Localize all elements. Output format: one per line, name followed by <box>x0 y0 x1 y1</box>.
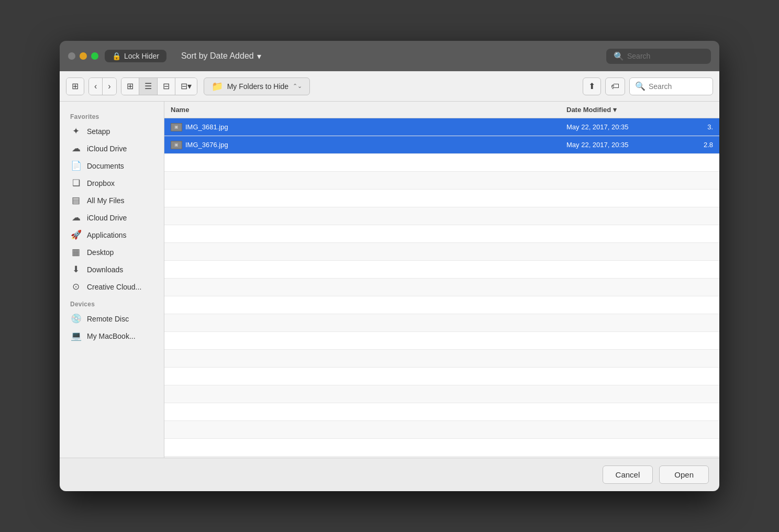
sidebar-item-label: Documents <box>87 162 124 170</box>
open-button[interactable]: Open <box>659 465 709 484</box>
forward-button[interactable]: › <box>103 78 116 95</box>
file-row-empty <box>164 385 719 403</box>
chevron-icon: ⌃⌄ <box>293 83 302 90</box>
sidebar-item-documents[interactable]: 📄 Documents <box>60 157 164 174</box>
dropbox-icon: ❑ <box>70 178 82 189</box>
title-search[interactable]: 🔍 <box>606 49 711 64</box>
file-size: 3. <box>682 123 713 131</box>
sidebar-item-label: Setapp <box>87 127 110 136</box>
file-rows: ▣ IMG_3681.jpg May 22, 2017, 20:35 3. ▣ … <box>164 118 719 458</box>
sidebar-item-label: Remote Disc <box>87 315 129 323</box>
file-thumbnail: ▣ <box>171 141 182 149</box>
file-thumbnail: ▣ <box>171 123 182 131</box>
file-row-empty <box>164 403 719 421</box>
sidebar-item-label: Applications <box>87 231 127 239</box>
file-row-empty <box>164 332 719 350</box>
sidebar-item-macbook[interactable]: 💻 My MacBook... <box>60 327 164 345</box>
nav-buttons: ‹ › <box>88 77 117 95</box>
file-date: May 22, 2017, 20:35 <box>566 141 682 149</box>
desktop-icon: ▦ <box>70 247 82 258</box>
file-list-header: Name Date Modified ▾ <box>164 102 719 118</box>
file-row-empty <box>164 190 719 207</box>
search-box[interactable]: 🔍 <box>629 77 713 95</box>
icloud-icon: ☁ <box>70 143 82 154</box>
file-row-empty <box>164 225 719 243</box>
file-row-empty <box>164 314 719 332</box>
sidebar-item-setapp[interactable]: ✦ Setapp <box>60 123 164 140</box>
devices-section-label: Devices <box>60 295 164 310</box>
app-label: 🔒 Lock Hider <box>105 50 166 62</box>
file-size: 2.8 <box>682 141 713 149</box>
sidebar-item-icloud[interactable]: ☁ iCloud Drive <box>60 140 164 157</box>
title-search-input[interactable] <box>627 52 704 60</box>
column-date-header[interactable]: Date Modified ▾ <box>566 106 682 114</box>
traffic-lights <box>68 52 98 60</box>
lock-icon: 🔒 <box>112 52 121 60</box>
sidebar-item-label: All My Files <box>87 196 125 205</box>
sidebar-item-label: My MacBook... <box>87 332 136 340</box>
icloud2-icon: ☁ <box>70 212 82 223</box>
sidebar-item-desktop[interactable]: ▦ Desktop <box>60 243 164 261</box>
sidebar-item-downloads[interactable]: ⬇ Downloads <box>60 261 164 278</box>
file-row[interactable]: ▣ IMG_3681.jpg May 22, 2017, 20:35 3. <box>164 118 719 136</box>
sidebar-toggle-button[interactable]: ⊞ <box>66 78 84 95</box>
remote-disc-icon: 💿 <box>70 313 82 324</box>
file-date: May 22, 2017, 20:35 <box>566 123 682 131</box>
setapp-icon: ✦ <box>70 126 82 137</box>
creative-cloud-icon: ⊙ <box>70 281 82 292</box>
sidebar-item-label: Downloads <box>87 265 123 274</box>
sidebar-item-creative-cloud[interactable]: ⊙ Creative Cloud... <box>60 278 164 295</box>
documents-icon: 📄 <box>70 160 82 171</box>
file-row-empty <box>164 154 719 172</box>
close-button[interactable] <box>68 52 75 60</box>
back-button[interactable]: ‹ <box>89 78 103 95</box>
file-list: Name Date Modified ▾ ▣ IMG_3681.jpg May … <box>164 102 719 458</box>
sidebar-item-all-files[interactable]: ▤ All My Files <box>60 192 164 209</box>
file-row-empty <box>164 368 719 385</box>
sidebar-item-label: Desktop <box>87 248 114 257</box>
file-row-empty <box>164 296 719 314</box>
file-row-empty <box>164 261 719 279</box>
file-name: IMG_3676.jpg <box>185 141 566 149</box>
sidebar-item-remote-disc[interactable]: 💿 Remote Disc <box>60 310 164 327</box>
macbook-icon: 💻 <box>70 330 82 341</box>
file-row[interactable]: ▣ IMG_3676.jpg May 22, 2017, 20:35 2.8 <box>164 136 719 154</box>
search-input[interactable] <box>649 82 707 91</box>
downloads-icon: ⬇ <box>70 264 82 275</box>
icon-view-button[interactable]: ⊞ <box>121 78 139 95</box>
gallery-view-button[interactable]: ⊟▾ <box>175 78 197 95</box>
app-name: Lock Hider <box>124 52 159 60</box>
file-row-empty <box>164 207 719 225</box>
file-name: IMG_3681.jpg <box>185 123 566 131</box>
file-row-empty <box>164 279 719 296</box>
sidebar-item-label: iCloud Drive <box>87 214 127 222</box>
favorites-section-label: Favorites <box>60 108 164 123</box>
cancel-button[interactable]: Cancel <box>603 465 653 484</box>
search-icon: 🔍 <box>635 81 646 91</box>
column-view-button[interactable]: ⊟ <box>158 78 175 95</box>
column-name-header[interactable]: Name <box>171 106 566 114</box>
sidebar-item-icloud2[interactable]: ☁ iCloud Drive <box>60 209 164 226</box>
sidebar-item-applications[interactable]: 🚀 Applications <box>60 226 164 243</box>
folder-name: My Folders to Hide <box>227 82 288 91</box>
list-view-button[interactable]: ☰ <box>139 78 158 95</box>
maximize-button[interactable] <box>91 52 98 60</box>
search-icon: 🔍 <box>614 51 624 61</box>
applications-icon: 🚀 <box>70 229 82 240</box>
all-files-icon: ▤ <box>70 195 82 206</box>
file-row-empty <box>164 439 719 457</box>
sidebar-item-label: Creative Cloud... <box>87 283 141 291</box>
file-row-empty <box>164 172 719 190</box>
toolbar: ⊞ ‹ › ⊞ ☰ ⊟ ⊟▾ 📁 My Folders to Hide ⌃⌄ ⬆… <box>60 71 719 102</box>
share-button[interactable]: ⬆ <box>583 77 601 95</box>
sidebar-item-dropbox[interactable]: ❑ Dropbox <box>60 174 164 192</box>
sort-label[interactable]: Sort by Date Added ▾ <box>181 51 261 61</box>
folder-path-display[interactable]: 📁 My Folders to Hide ⌃⌄ <box>204 77 310 95</box>
content-area: Favorites ✦ Setapp ☁ iCloud Drive 📄 Docu… <box>60 102 719 458</box>
minimize-button[interactable] <box>80 52 87 60</box>
file-row-empty <box>164 243 719 261</box>
dialog-window: 🔒 Lock Hider Sort by Date Added ▾ 🔍 ⊞ ‹ … <box>60 41 719 491</box>
tag-button[interactable]: 🏷 <box>605 77 625 95</box>
file-row-empty <box>164 421 719 439</box>
sidebar-item-label: Dropbox <box>87 179 115 187</box>
